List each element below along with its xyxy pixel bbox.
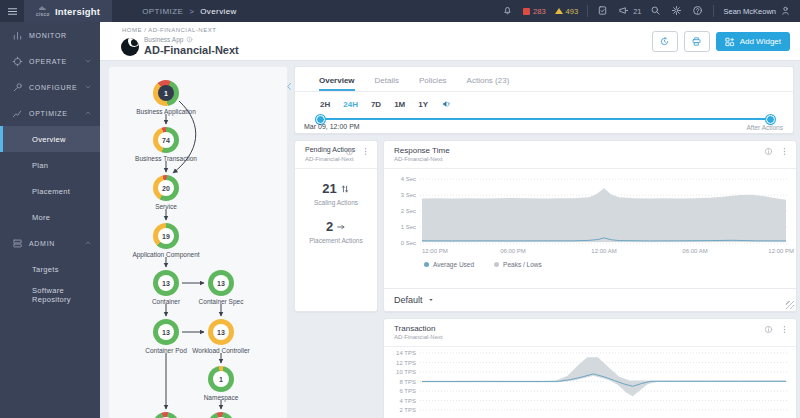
chain-node-container[interactable]: 13 [153, 270, 179, 296]
breadcrumb-section[interactable]: OPTIMIZE [142, 7, 183, 16]
widget-menu-kebab-icon[interactable] [780, 147, 789, 156]
chain-node-business-application[interactable]: 1 [153, 80, 179, 106]
widget-menu-kebab-icon[interactable] [361, 147, 370, 156]
sidebar-item-monitor[interactable]: MONITOR [0, 22, 100, 48]
sidebar-item-software-repository[interactable]: Software Repository [0, 282, 100, 308]
configure-icon [12, 82, 23, 93]
timeline-end-label: After Actions [747, 124, 784, 131]
add-widget-button[interactable]: Add Widget [716, 32, 790, 51]
chain-node-application-component[interactable]: 19 [153, 223, 179, 249]
svg-text:12:00 PM: 12:00 PM [422, 248, 448, 254]
header-actions: Add Widget [652, 31, 790, 52]
widget-footer: Default [384, 288, 796, 311]
time-range-bar: 2H24H7D1M1Y [295, 92, 793, 109]
chain-node-label: Business Transaction [135, 155, 197, 162]
svg-text:12 TPS: 12 TPS [396, 360, 416, 366]
widget-title: Transaction [394, 324, 436, 333]
history-refresh-button[interactable] [652, 31, 678, 52]
monitor-icon [12, 30, 23, 41]
tab-actions-23-[interactable]: Actions (23) [467, 76, 510, 91]
admin-icon [12, 238, 23, 249]
scaling-actions[interactable]: 21Scaling Actions [314, 181, 358, 206]
legend-dot [494, 262, 499, 267]
chain-node-label: Container Pod [145, 347, 187, 354]
svg-text:1 Sec: 1 Sec [401, 224, 416, 230]
widget-help-icon[interactable] [764, 147, 773, 156]
divider [713, 5, 714, 17]
warning-icon [555, 8, 563, 14]
notifications-bell-icon[interactable] [502, 5, 514, 17]
person-icon [780, 5, 792, 17]
playback-icon[interactable] [441, 99, 451, 109]
legend-item-peaks-lows[interactable]: Peaks / Lows [494, 261, 542, 268]
svg-text:8 TPS: 8 TPS [399, 379, 416, 385]
pending-actions-widget: Pending Actions AD-Financial-Next 21Scal… [294, 140, 378, 312]
page-title: AD-Financial-Next [144, 44, 239, 56]
sidebar-item-optimize[interactable]: OPTIMIZE [0, 100, 100, 126]
chain-node-namespace[interactable]: 1 [208, 366, 234, 392]
app-type-label: Business App [144, 36, 193, 43]
print-button[interactable] [684, 31, 710, 52]
sidebar-item-targets[interactable]: Targets [0, 256, 100, 282]
sidebar-item-operate[interactable]: OPERATE [0, 48, 100, 74]
resize-handle[interactable] [786, 301, 794, 309]
settings-gear-icon[interactable] [671, 5, 683, 17]
chain-node-business-transaction[interactable]: 74 [153, 127, 179, 153]
info-icon[interactable] [186, 36, 193, 43]
optimize-icon [12, 108, 23, 119]
announcements-badge[interactable]: 21 [618, 5, 641, 17]
chain-node-workload-controller[interactable]: 13 [208, 319, 234, 345]
sidebar-item-configure[interactable]: CONFIGURE [0, 74, 100, 100]
chain-node-container-spec[interactable]: 13 [208, 270, 234, 296]
chevron-down-icon [427, 296, 435, 304]
range-1y[interactable]: 1Y [418, 100, 428, 109]
widget-title: Response Time [394, 146, 450, 155]
timeline-start-label: Mar 09, 12:00 PM [304, 123, 360, 130]
chain-node-label: Workload Controller [192, 347, 249, 354]
widget-help-icon[interactable] [764, 325, 773, 334]
tab-details[interactable]: Details [375, 76, 399, 91]
chain-node-hidden[interactable] [153, 412, 179, 418]
view-selector-dropdown[interactable]: Default [394, 295, 435, 305]
sidebar-item-more[interactable]: More [0, 204, 100, 230]
slider-handle-end[interactable] [766, 115, 775, 124]
chain-node-label: Container Spec [199, 298, 244, 305]
placement-actions[interactable]: 2Placement Actions [309, 219, 362, 244]
collapse-panel-icon[interactable] [285, 82, 294, 91]
help-icon[interactable] [692, 5, 704, 17]
range-24h[interactable]: 24H [343, 100, 358, 109]
range-7d[interactable]: 7D [371, 100, 381, 109]
overview-tabs-card: OverviewDetailsPoliciesActions (23) 2H24… [294, 66, 794, 134]
brand-logo[interactable]: cisco Intersight [24, 0, 112, 22]
page-breadcrumb[interactable]: HOME / AD-FINANCIAL-NEXT [122, 27, 216, 33]
sidebar-item-admin[interactable]: ADMIN [0, 230, 100, 256]
widget-menu-kebab-icon[interactable] [780, 325, 789, 334]
legend-item-average-used[interactable]: Average Used [424, 261, 474, 268]
search-icon[interactable] [650, 5, 662, 17]
warning-alerts-badge[interactable]: 493 [555, 7, 579, 16]
widget-help-icon[interactable] [345, 147, 354, 156]
chart-legend: Average UsedPeaks / Lows [424, 261, 542, 268]
chain-node-container-pod[interactable]: 13 [153, 319, 179, 345]
tab-overview[interactable]: Overview [319, 76, 355, 91]
sidebar-item-placement[interactable]: Placement [0, 178, 100, 204]
chevron-down-icon [84, 83, 92, 91]
menu-icon[interactable] [0, 0, 24, 22]
chain-node-service[interactable]: 20 [153, 175, 179, 201]
svg-text:10 TPS: 10 TPS [396, 369, 416, 375]
range-1m[interactable]: 1M [394, 100, 405, 109]
tasks-icon[interactable] [597, 5, 609, 17]
user-menu[interactable]: Sean McKeown [723, 5, 792, 17]
arrow-right-icon [336, 222, 346, 232]
chain-node-label: Container [152, 298, 180, 305]
range-2h[interactable]: 2H [320, 100, 330, 109]
tab-policies[interactable]: Policies [419, 76, 447, 91]
timeline-slider[interactable] [319, 118, 772, 120]
sidebar-item-plan[interactable]: Plan [0, 152, 100, 178]
critical-alerts-badge[interactable]: 283 [523, 7, 546, 16]
critical-icon [523, 8, 530, 15]
sidebar-item-overview[interactable]: Overview [0, 126, 100, 152]
svg-text:6 TPS: 6 TPS [399, 388, 416, 394]
business-app-logo [121, 38, 139, 56]
chain-node-hidden[interactable] [208, 412, 234, 418]
